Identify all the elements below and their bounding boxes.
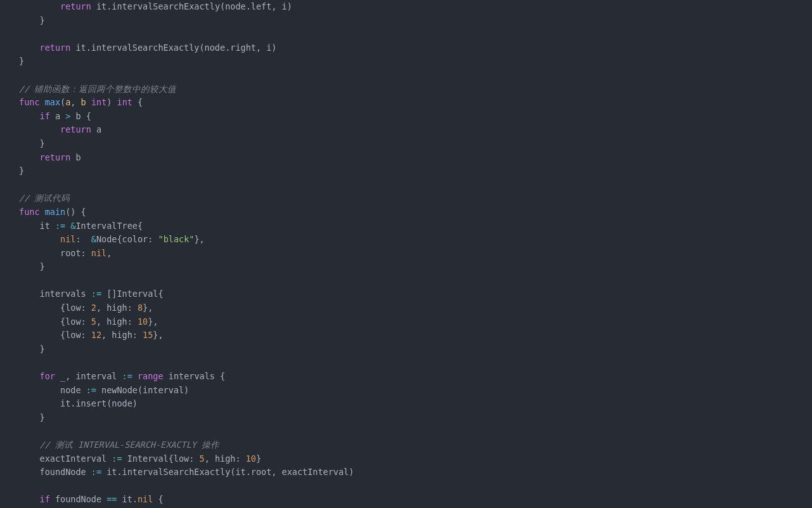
code-token: a <box>91 124 101 134</box>
code-token: main <box>45 207 66 217</box>
code-token: it. <box>117 494 138 504</box>
code-token <box>19 234 60 244</box>
code-token: { <box>132 97 143 107</box>
code-token <box>19 1 60 11</box>
code-line[interactable]: return a <box>19 123 812 137</box>
code-token <box>132 371 138 381</box>
code-token: } <box>19 344 45 354</box>
code-token: ) <box>106 97 117 107</box>
code-token: []Interval{ <box>101 289 164 299</box>
code-token <box>19 494 40 504</box>
code-line[interactable] <box>19 356 812 370</box>
code-token: it.intervalSearchExactly(it.root, exactI… <box>101 467 354 477</box>
code-line[interactable]: return it.intervalSearchExactly(node.lef… <box>19 0 812 14</box>
code-token: a <box>50 111 65 121</box>
code-line[interactable]: {low: 2, high: 8}, <box>19 301 812 315</box>
code-token <box>19 152 40 162</box>
code-line[interactable]: for _, interval := range intervals { <box>19 370 812 384</box>
code-line[interactable]: } <box>19 411 812 425</box>
code-token <box>40 207 45 217</box>
code-line[interactable]: it := &IntervalTree{ <box>19 219 812 233</box>
code-token: return <box>60 1 91 11</box>
code-token: int <box>91 97 106 107</box>
code-token: 2 <box>91 303 96 313</box>
code-line[interactable]: func max(a, b int) int { <box>19 96 812 110</box>
code-token: } <box>19 138 45 148</box>
code-line[interactable]: exactInterval := Interval{low: 5, high: … <box>19 452 812 466</box>
code-token: == <box>106 494 117 504</box>
code-line[interactable] <box>19 178 812 192</box>
code-token <box>40 97 45 107</box>
code-token: , <box>106 248 112 258</box>
code-token: } <box>19 15 45 25</box>
code-token: := <box>91 467 101 477</box>
code-token: {low: <box>19 316 91 327</box>
code-token: } <box>19 412 45 422</box>
code-token: root: <box>19 248 91 258</box>
code-token: := <box>91 289 101 299</box>
code-token: & <box>91 234 96 244</box>
code-line[interactable]: nil: &Node{color: "black"}, <box>19 233 812 247</box>
code-token: , high: <box>101 330 143 340</box>
code-token: b <box>70 152 81 162</box>
code-token: {low: <box>19 303 91 313</box>
code-token: b <box>81 97 86 107</box>
code-line[interactable]: return it.intervalSearchExactly(node.rig… <box>19 41 812 55</box>
code-line[interactable] <box>19 68 812 82</box>
code-line[interactable]: foundNode := it.intervalSearchExactly(it… <box>19 466 812 479</box>
code-token: foundNode <box>50 494 106 504</box>
code-token <box>19 111 40 121</box>
code-line[interactable]: it.insert(node) <box>19 397 812 411</box>
code-token: "black" <box>158 234 195 244</box>
code-line[interactable]: } <box>19 55 812 68</box>
code-token: intervals <box>19 289 91 299</box>
code-token: Interval{low: <box>122 453 200 464</box>
code-token: newNode(interval) <box>96 385 189 395</box>
code-line[interactable]: {low: 12, high: 15}, <box>19 329 812 342</box>
code-line[interactable]: return b <box>19 151 812 165</box>
code-line[interactable] <box>19 479 812 493</box>
code-token: } <box>19 166 24 176</box>
code-token: 10 <box>246 453 256 464</box>
code-line[interactable]: } <box>19 14 812 28</box>
code-token: for <box>40 371 55 381</box>
code-line[interactable]: root: nil, <box>19 247 812 261</box>
code-token: // 测试 INTERVAL-SEARCH-EXACTLY 操作 <box>40 440 220 450</box>
code-line[interactable]: } <box>19 342 812 356</box>
code-line[interactable]: if foundNode == it.nil { <box>19 493 812 507</box>
code-token: ( <box>60 97 65 107</box>
code-token: { <box>153 494 163 504</box>
code-line[interactable]: // 辅助函数：返回两个整数中的较大值 <box>19 82 812 96</box>
code-token: , <box>70 97 81 107</box>
code-token: , high: <box>96 316 138 327</box>
code-line[interactable]: intervals := []Interval{ <box>19 287 812 301</box>
code-line[interactable]: {low: 5, high: 10}, <box>19 315 812 329</box>
code-token: func <box>19 97 40 107</box>
code-line[interactable]: } <box>19 137 812 151</box>
code-line[interactable] <box>19 274 812 288</box>
code-token: 15 <box>143 330 153 340</box>
code-token: it.intervalSearchExactly(node.right, i) <box>70 42 276 53</box>
code-token: IntervalTree{ <box>75 221 143 231</box>
code-line[interactable]: // 测试代码 <box>19 192 812 205</box>
code-token: := <box>55 221 65 231</box>
code-token: 5 <box>91 316 96 327</box>
code-line[interactable]: // 测试 INTERVAL-SEARCH-EXACTLY 操作 <box>19 438 812 452</box>
code-token <box>19 440 40 450</box>
code-token: _, interval <box>55 371 122 381</box>
code-token <box>19 124 60 134</box>
code-token: 5 <box>200 453 205 464</box>
code-line[interactable] <box>19 27 812 41</box>
code-editor[interactable]: return it.intervalSearchExactly(node.lef… <box>0 0 812 507</box>
code-line[interactable]: } <box>19 164 812 178</box>
code-token: nil <box>138 494 153 504</box>
code-line[interactable]: if a > b { <box>19 110 812 124</box>
code-line[interactable]: node := newNode(interval) <box>19 384 812 398</box>
code-token: , high: <box>205 453 246 464</box>
code-line[interactable]: } <box>19 260 812 274</box>
code-token: nil <box>60 234 75 244</box>
code-line[interactable]: func main() { <box>19 205 812 219</box>
code-line[interactable] <box>19 424 812 438</box>
code-token: nil <box>91 248 106 258</box>
code-token: if <box>40 111 50 121</box>
